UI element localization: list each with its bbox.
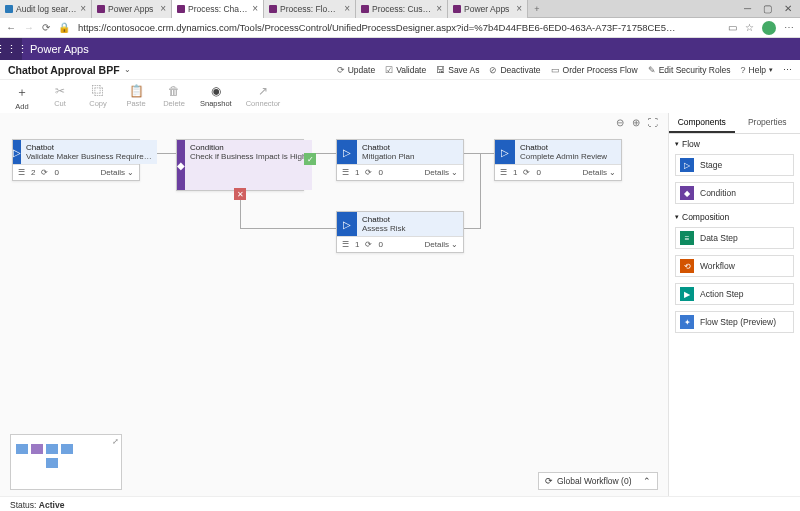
- maximize-icon[interactable]: ▢: [763, 3, 772, 14]
- close-icon[interactable]: ×: [516, 3, 522, 14]
- snapshot-button[interactable]: ◉Snapshot: [200, 84, 232, 111]
- browser-tab[interactable]: Process: Custom Connector×: [356, 0, 448, 18]
- stage-card[interactable]: ▷ChatbotComplete Admin Review ☰1⟳0Detail…: [494, 139, 622, 181]
- address-bar: ← → ⟳ 🔒 https://contosocoe.crm.dynamics.…: [0, 18, 800, 38]
- section-composition[interactable]: Composition: [669, 207, 800, 224]
- condition-card[interactable]: ◆ ConditionCheck if Business Impact is H…: [176, 139, 304, 191]
- close-icon[interactable]: ×: [160, 3, 166, 14]
- chevron-up-icon[interactable]: ⌃: [643, 476, 651, 486]
- component-workflow[interactable]: ⟲Workflow: [675, 255, 794, 277]
- stage-card[interactable]: ▷ ChatbotValidate Maker Business Require…: [12, 139, 140, 181]
- deactivate-icon: ⊘: [489, 65, 497, 75]
- roles-icon: ✎: [648, 65, 656, 75]
- favorite-icon[interactable]: ☆: [745, 22, 754, 33]
- chevron-down-icon[interactable]: ⌄: [124, 65, 131, 74]
- help-button[interactable]: ?Help▾: [741, 65, 774, 75]
- browser-tab[interactable]: Power Apps×: [448, 0, 528, 18]
- order-process-button[interactable]: ▭Order Process Flow: [551, 65, 638, 75]
- profile-avatar[interactable]: [762, 21, 776, 35]
- section-flow[interactable]: Flow: [669, 134, 800, 151]
- browser-tab[interactable]: Process: Flow Approval BPF×: [264, 0, 356, 18]
- close-icon[interactable]: ×: [436, 3, 442, 14]
- browser-tab[interactable]: Audit log search - Security×: [0, 0, 92, 18]
- cut-button[interactable]: ✂Cut: [48, 84, 72, 111]
- forward-icon[interactable]: →: [24, 22, 34, 33]
- add-icon: ＋: [16, 84, 28, 101]
- order-icon: ▭: [551, 65, 560, 75]
- new-tab-button[interactable]: +: [528, 4, 546, 14]
- loop-icon: ⟳: [523, 168, 530, 177]
- tab-properties[interactable]: Properties: [735, 113, 801, 133]
- process-title: Chatbot Approval BPF: [8, 64, 120, 76]
- url-field[interactable]: https://contosocoe.crm.dynamics.com/Tool…: [78, 22, 720, 33]
- deactivate-button[interactable]: ⊘Deactivate: [489, 65, 540, 75]
- global-workflow-bar[interactable]: ⟳ Global Workflow (0) ⌃: [538, 472, 658, 490]
- minimize-icon[interactable]: ─: [744, 3, 751, 14]
- paste-button[interactable]: 📋Paste: [124, 84, 148, 111]
- chevron-down-icon: ⌄: [451, 240, 458, 249]
- back-icon[interactable]: ←: [6, 22, 16, 33]
- validate-button[interactable]: ☑Validate: [385, 65, 426, 75]
- tab-components[interactable]: Components: [669, 113, 735, 133]
- stage-card[interactable]: ▷ChatbotAssess Risk ☰1⟳0Details⌄: [336, 211, 464, 253]
- workflow-icon: ⟳: [545, 476, 553, 486]
- details-button[interactable]: Details⌄: [425, 168, 458, 177]
- add-button[interactable]: ＋Add: [10, 84, 34, 111]
- status-value: Active: [39, 500, 65, 510]
- minimap-stage: [46, 444, 58, 454]
- connector-icon: ↗: [258, 84, 268, 98]
- copy-button[interactable]: ⿻Copy: [86, 84, 110, 111]
- more-icon[interactable]: ⋯: [784, 22, 794, 33]
- tab-icon: [269, 5, 277, 13]
- connector-button[interactable]: ↗Connector: [246, 84, 281, 111]
- component-data-step[interactable]: ≡Data Step: [675, 227, 794, 249]
- stage-icon: ▷: [495, 140, 515, 164]
- steps-icon: ☰: [342, 168, 349, 177]
- component-stage[interactable]: ▷Stage: [675, 154, 794, 176]
- stage-icon: ▷: [337, 212, 357, 236]
- delete-button[interactable]: 🗑Delete: [162, 84, 186, 111]
- expand-icon[interactable]: ⤢: [112, 437, 119, 446]
- app-launcher-icon[interactable]: ⋮⋮⋮: [0, 38, 22, 60]
- component-action-step[interactable]: ▶Action Step: [675, 283, 794, 305]
- close-icon[interactable]: ×: [344, 3, 350, 14]
- close-window-icon[interactable]: ✕: [784, 3, 792, 14]
- save-as-button[interactable]: 🖫Save As: [436, 65, 479, 75]
- cut-icon: ✂: [55, 84, 65, 98]
- loop-icon: ⟳: [41, 168, 48, 177]
- stage-icon: ▷: [680, 158, 694, 172]
- browser-tab[interactable]: Power Apps×: [92, 0, 172, 18]
- save-icon: 🖫: [436, 65, 445, 75]
- snapshot-icon: ◉: [211, 84, 221, 98]
- details-button[interactable]: Details⌄: [583, 168, 616, 177]
- overflow-button[interactable]: ⋯: [783, 65, 792, 75]
- update-button[interactable]: ⟳Update: [337, 65, 375, 75]
- help-icon: ?: [741, 65, 746, 75]
- details-button[interactable]: Details⌄: [425, 240, 458, 249]
- details-button[interactable]: Details⌄: [101, 168, 134, 177]
- refresh-icon[interactable]: ⟳: [42, 22, 50, 33]
- steps-icon: ☰: [342, 240, 349, 249]
- update-icon: ⟳: [337, 65, 345, 75]
- edit-roles-button[interactable]: ✎Edit Security Roles: [648, 65, 731, 75]
- component-condition[interactable]: ◆Condition: [675, 182, 794, 204]
- chevron-down-icon: ⌄: [127, 168, 134, 177]
- steps-icon: ☰: [500, 168, 507, 177]
- workspace: ⊖ ⊕ ⛶ ▷ ChatbotValidate Maker Business R…: [0, 113, 800, 496]
- reading-icon[interactable]: ▭: [728, 22, 737, 33]
- minimap-stage: [16, 444, 28, 454]
- canvas[interactable]: ⊖ ⊕ ⛶ ▷ ChatbotValidate Maker Business R…: [0, 113, 668, 496]
- tab-icon: [5, 5, 13, 13]
- components-panel: Components Properties Flow ▷Stage ◆Condi…: [668, 113, 800, 496]
- copy-icon: ⿻: [92, 84, 104, 98]
- component-flow-step[interactable]: ✦Flow Step (Preview): [675, 311, 794, 333]
- browser-tabs: Audit log search - Security× Power Apps×…: [0, 0, 800, 18]
- tab-icon: [453, 5, 461, 13]
- browser-tab-active[interactable]: Process: Chatbot Approval×: [172, 0, 264, 18]
- close-icon[interactable]: ×: [252, 3, 258, 14]
- tab-icon: [177, 5, 185, 13]
- close-icon[interactable]: ×: [80, 3, 86, 14]
- minimap[interactable]: ⤢: [10, 434, 122, 490]
- stage-icon: ▷: [13, 140, 21, 164]
- stage-card[interactable]: ▷ChatbotMitigation Plan ☰1⟳0Details⌄: [336, 139, 464, 181]
